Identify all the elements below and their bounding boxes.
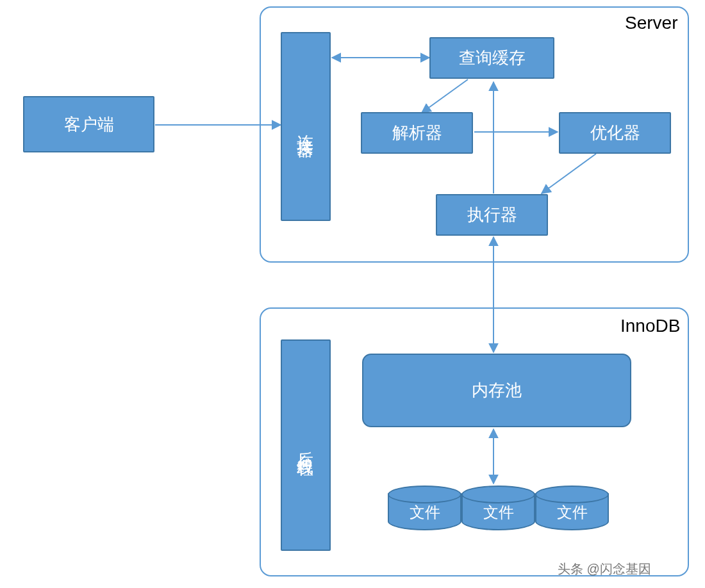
frame-server-label: Server bbox=[625, 13, 677, 33]
node-file-1: 文件 bbox=[388, 486, 461, 530]
node-parser: 解析器 bbox=[361, 112, 473, 154]
node-executor: 执行器 bbox=[436, 194, 548, 236]
node-memory-pool: 内存池 bbox=[362, 354, 631, 427]
node-memory-pool-label: 内存池 bbox=[472, 379, 522, 402]
node-executor-label: 执行器 bbox=[467, 204, 517, 226]
node-connector-label: 连接器 bbox=[295, 121, 317, 133]
watermark: 头条 @闪念基因 bbox=[558, 560, 651, 578]
node-file-2-label: 文件 bbox=[461, 502, 535, 523]
node-bg-thread-label: 后台线程 bbox=[295, 437, 317, 453]
node-query-cache: 查询缓存 bbox=[429, 37, 554, 79]
node-optimizer: 优化器 bbox=[559, 112, 671, 154]
node-client-label: 客户端 bbox=[64, 113, 114, 136]
node-file-3: 文件 bbox=[535, 486, 609, 530]
node-connector: 连接器 bbox=[281, 32, 331, 221]
node-client: 客户端 bbox=[23, 96, 154, 152]
node-file-2: 文件 bbox=[461, 486, 535, 530]
node-query-cache-label: 查询缓存 bbox=[459, 47, 526, 69]
node-file-3-label: 文件 bbox=[535, 502, 609, 523]
node-file-1-label: 文件 bbox=[388, 502, 461, 523]
node-parser-label: 解析器 bbox=[392, 122, 442, 144]
frame-innodb-label: InnoDB bbox=[620, 316, 680, 336]
node-bg-thread: 后台线程 bbox=[281, 339, 331, 551]
node-optimizer-label: 优化器 bbox=[590, 122, 640, 144]
